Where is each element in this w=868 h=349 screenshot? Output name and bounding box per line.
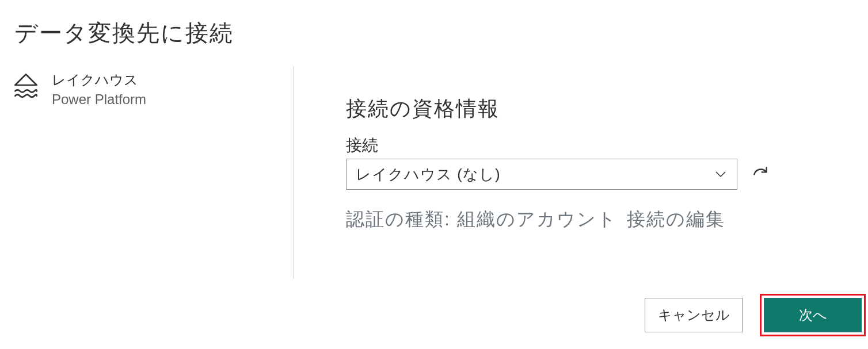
auth-type-label: 認証の種類: xyxy=(346,209,451,229)
data-source-item: レイクハウス Power Platform xyxy=(12,71,294,108)
lakehouse-icon xyxy=(12,71,40,99)
source-name: レイクハウス xyxy=(52,71,146,89)
connection-dropdown-value: レイクハウス (なし) xyxy=(356,164,501,185)
footer-buttons: キャンセル 次へ xyxy=(645,294,868,336)
connection-dropdown[interactable]: レイクハウス (なし) xyxy=(346,159,737,190)
connection-field-label: 接続 xyxy=(346,135,845,156)
page-title: データ変換先に接続 xyxy=(0,0,868,49)
connection-field-row: レイクハウス (なし) xyxy=(346,159,845,190)
refresh-icon xyxy=(751,164,770,185)
highlight-annotation: 次へ xyxy=(760,294,866,336)
auth-type-value: 組織のアカウント xyxy=(457,209,617,229)
auth-info-line: 認証の種類: 組織のアカウント 接続の編集 xyxy=(346,207,845,232)
next-button[interactable]: 次へ xyxy=(764,298,862,332)
left-panel: レイクハウス Power Platform xyxy=(0,66,294,279)
chevron-down-icon xyxy=(714,167,728,181)
source-platform: Power Platform xyxy=(52,91,146,108)
content-area: レイクハウス Power Platform 接続の資格情報 接続 レイクハウス … xyxy=(0,66,868,279)
edit-connection-link[interactable]: 接続の編集 xyxy=(627,209,725,229)
right-panel: 接続の資格情報 接続 レイクハウス (なし) xyxy=(294,66,868,279)
credentials-section-title: 接続の資格情報 xyxy=(346,95,845,123)
source-text-group: レイクハウス Power Platform xyxy=(52,71,146,108)
cancel-button[interactable]: キャンセル xyxy=(645,298,743,332)
refresh-button[interactable] xyxy=(749,163,772,186)
